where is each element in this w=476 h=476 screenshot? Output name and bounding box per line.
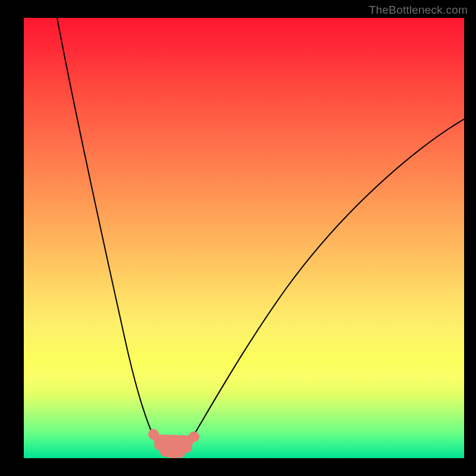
valley-marker-dot <box>177 450 183 456</box>
plot-area <box>24 18 464 458</box>
valley-marker-dot <box>184 444 190 450</box>
valley-marker-dot <box>191 434 197 440</box>
valley-marker-dot <box>156 442 162 448</box>
curve-right-branch <box>183 119 464 452</box>
watermark-text: TheBottleneck.com <box>369 4 468 17</box>
chart-frame: TheBottleneck.com <box>0 0 476 476</box>
valley-marker-dot <box>151 431 156 437</box>
chart-svg <box>24 18 464 458</box>
curve-left-branch <box>57 18 162 452</box>
